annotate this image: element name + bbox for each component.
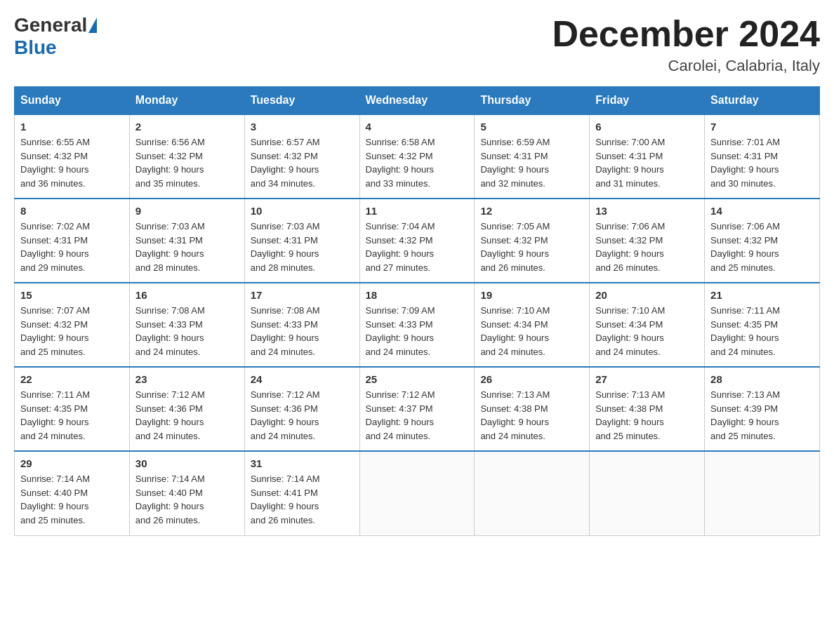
day-info: Sunrise: 7:10 AMSunset: 4:34 PMDaylight:… — [480, 304, 583, 358]
calendar-cell — [705, 451, 820, 535]
calendar-cell: 22Sunrise: 7:11 AMSunset: 4:35 PMDayligh… — [15, 367, 130, 451]
day-info: Sunrise: 6:57 AMSunset: 4:32 PMDaylight:… — [251, 135, 354, 190]
day-info: Sunrise: 7:06 AMSunset: 4:32 PMDaylight:… — [595, 220, 699, 274]
logo-text: General — [14, 14, 98, 36]
logo-blue-text: Blue — [14, 36, 57, 59]
day-number: 3 — [251, 121, 354, 133]
day-info: Sunrise: 7:12 AMSunset: 4:36 PMDaylight:… — [251, 388, 354, 443]
day-number: 6 — [595, 121, 699, 133]
day-info: Sunrise: 7:09 AMSunset: 4:33 PMDaylight:… — [366, 304, 469, 358]
calendar-cell: 11Sunrise: 7:04 AMSunset: 4:32 PMDayligh… — [359, 199, 475, 283]
day-info: Sunrise: 7:03 AMSunset: 4:31 PMDaylight:… — [251, 220, 354, 274]
day-number: 26 — [480, 373, 583, 385]
day-info: Sunrise: 7:01 AMSunset: 4:31 PMDaylight:… — [710, 135, 814, 190]
header-row: Sunday Monday Tuesday Wednesday Thursday… — [15, 87, 820, 115]
calendar-cell — [475, 451, 590, 535]
calendar-cell: 19Sunrise: 7:10 AMSunset: 4:34 PMDayligh… — [475, 283, 590, 367]
day-number: 22 — [20, 373, 124, 385]
calendar-cell: 4Sunrise: 6:58 AMSunset: 4:32 PMDaylight… — [359, 114, 475, 199]
day-info: Sunrise: 7:08 AMSunset: 4:33 PMDaylight:… — [251, 304, 354, 358]
day-info: Sunrise: 7:07 AMSunset: 4:32 PMDaylight:… — [20, 304, 124, 358]
calendar-cell: 24Sunrise: 7:12 AMSunset: 4:36 PMDayligh… — [244, 367, 359, 451]
day-info: Sunrise: 7:13 AMSunset: 4:39 PMDaylight:… — [710, 388, 814, 443]
day-number: 1 — [20, 121, 124, 133]
day-number: 28 — [710, 373, 814, 385]
day-number: 24 — [251, 373, 354, 385]
day-info: Sunrise: 7:05 AMSunset: 4:32 PMDaylight:… — [480, 220, 583, 274]
day-info: Sunrise: 7:11 AMSunset: 4:35 PMDaylight:… — [20, 388, 124, 443]
calendar-title: December 2024 — [552, 14, 820, 54]
calendar-cell: 15Sunrise: 7:07 AMSunset: 4:32 PMDayligh… — [15, 283, 130, 367]
calendar-cell: 28Sunrise: 7:13 AMSunset: 4:39 PMDayligh… — [705, 367, 820, 451]
day-number: 5 — [480, 121, 583, 133]
calendar-cell: 12Sunrise: 7:05 AMSunset: 4:32 PMDayligh… — [475, 199, 590, 283]
day-info: Sunrise: 7:14 AMSunset: 4:40 PMDaylight:… — [20, 472, 124, 527]
calendar-cell: 6Sunrise: 7:00 AMSunset: 4:31 PMDaylight… — [590, 114, 705, 199]
calendar-cell: 26Sunrise: 7:13 AMSunset: 4:38 PMDayligh… — [475, 367, 590, 451]
day-info: Sunrise: 7:13 AMSunset: 4:38 PMDaylight:… — [480, 388, 583, 443]
day-info: Sunrise: 7:08 AMSunset: 4:33 PMDaylight:… — [135, 304, 239, 358]
calendar-cell — [359, 451, 475, 535]
day-number: 9 — [135, 205, 239, 217]
day-info: Sunrise: 7:00 AMSunset: 4:31 PMDaylight:… — [595, 135, 699, 190]
col-thursday: Thursday — [475, 87, 590, 115]
day-info: Sunrise: 7:04 AMSunset: 4:32 PMDaylight:… — [366, 220, 469, 274]
day-number: 11 — [366, 205, 469, 217]
day-number: 8 — [20, 205, 124, 217]
calendar-cell: 30Sunrise: 7:14 AMSunset: 4:40 PMDayligh… — [129, 451, 244, 535]
calendar-cell: 5Sunrise: 6:59 AMSunset: 4:31 PMDaylight… — [475, 114, 590, 199]
day-number: 7 — [710, 121, 814, 133]
day-info: Sunrise: 7:06 AMSunset: 4:32 PMDaylight:… — [710, 220, 814, 274]
day-info: Sunrise: 6:59 AMSunset: 4:31 PMDaylight:… — [480, 135, 583, 190]
calendar-cell: 29Sunrise: 7:14 AMSunset: 4:40 PMDayligh… — [15, 451, 130, 535]
calendar-cell: 3Sunrise: 6:57 AMSunset: 4:32 PMDaylight… — [244, 114, 359, 199]
logo-triangle-icon — [88, 18, 97, 33]
col-wednesday: Wednesday — [359, 87, 475, 115]
day-info: Sunrise: 7:11 AMSunset: 4:35 PMDaylight:… — [710, 304, 814, 358]
calendar-cell: 25Sunrise: 7:12 AMSunset: 4:37 PMDayligh… — [359, 367, 475, 451]
day-info: Sunrise: 7:12 AMSunset: 4:37 PMDaylight:… — [366, 388, 469, 443]
day-info: Sunrise: 7:10 AMSunset: 4:34 PMDaylight:… — [595, 304, 699, 358]
calendar-cell: 7Sunrise: 7:01 AMSunset: 4:31 PMDaylight… — [705, 114, 820, 199]
logo-general-text: General — [14, 14, 87, 36]
calendar-table: Sunday Monday Tuesday Wednesday Thursday… — [14, 86, 820, 536]
calendar-cell: 17Sunrise: 7:08 AMSunset: 4:33 PMDayligh… — [244, 283, 359, 367]
calendar-header: Sunday Monday Tuesday Wednesday Thursday… — [15, 87, 820, 115]
title-section: December 2024 Carolei, Calabria, Italy — [552, 14, 820, 75]
calendar-cell — [590, 451, 705, 535]
day-number: 4 — [366, 121, 469, 133]
day-info: Sunrise: 7:14 AMSunset: 4:41 PMDaylight:… — [251, 472, 354, 527]
day-info: Sunrise: 6:56 AMSunset: 4:32 PMDaylight:… — [135, 135, 239, 190]
col-friday: Friday — [590, 87, 705, 115]
calendar-body: 1Sunrise: 6:55 AMSunset: 4:32 PMDaylight… — [15, 114, 820, 535]
calendar-cell: 18Sunrise: 7:09 AMSunset: 4:33 PMDayligh… — [359, 283, 475, 367]
day-info: Sunrise: 7:03 AMSunset: 4:31 PMDaylight:… — [135, 220, 239, 274]
calendar-week-row: 22Sunrise: 7:11 AMSunset: 4:35 PMDayligh… — [15, 367, 820, 451]
day-number: 17 — [251, 289, 354, 301]
calendar-cell: 14Sunrise: 7:06 AMSunset: 4:32 PMDayligh… — [705, 199, 820, 283]
day-number: 2 — [135, 121, 239, 133]
day-number: 16 — [135, 289, 239, 301]
day-number: 18 — [366, 289, 469, 301]
calendar-cell: 16Sunrise: 7:08 AMSunset: 4:33 PMDayligh… — [129, 283, 244, 367]
day-number: 19 — [480, 289, 583, 301]
day-number: 31 — [251, 457, 354, 469]
calendar-cell: 31Sunrise: 7:14 AMSunset: 4:41 PMDayligh… — [244, 451, 359, 535]
calendar-cell: 10Sunrise: 7:03 AMSunset: 4:31 PMDayligh… — [244, 199, 359, 283]
day-number: 30 — [135, 457, 239, 469]
day-number: 25 — [366, 373, 469, 385]
day-number: 27 — [595, 373, 699, 385]
col-sunday: Sunday — [15, 87, 130, 115]
day-number: 21 — [710, 289, 814, 301]
day-info: Sunrise: 7:02 AMSunset: 4:31 PMDaylight:… — [20, 220, 124, 274]
day-info: Sunrise: 7:14 AMSunset: 4:40 PMDaylight:… — [135, 472, 239, 527]
day-number: 23 — [135, 373, 239, 385]
day-number: 12 — [480, 205, 583, 217]
day-number: 13 — [595, 205, 699, 217]
col-monday: Monday — [129, 87, 244, 115]
calendar-cell: 27Sunrise: 7:13 AMSunset: 4:38 PMDayligh… — [590, 367, 705, 451]
calendar-week-row: 15Sunrise: 7:07 AMSunset: 4:32 PMDayligh… — [15, 283, 820, 367]
day-info: Sunrise: 6:58 AMSunset: 4:32 PMDaylight:… — [366, 135, 469, 190]
calendar-week-row: 8Sunrise: 7:02 AMSunset: 4:31 PMDaylight… — [15, 199, 820, 283]
calendar-cell: 23Sunrise: 7:12 AMSunset: 4:36 PMDayligh… — [129, 367, 244, 451]
